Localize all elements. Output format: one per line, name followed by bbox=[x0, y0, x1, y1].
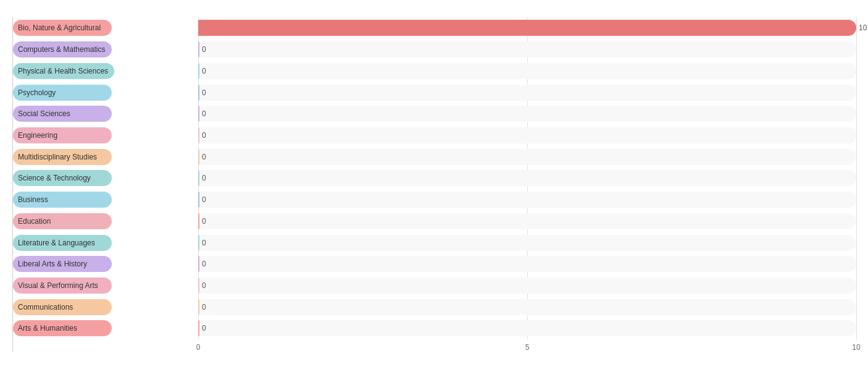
bar-value-label: 0 bbox=[202, 131, 206, 140]
bar-value-label: 0 bbox=[202, 88, 206, 97]
bar-label-pill: Science & Technology bbox=[13, 170, 112, 186]
bar-label-pill: Social Sciences bbox=[13, 106, 112, 122]
bar-fill bbox=[198, 299, 199, 315]
bar-fill bbox=[198, 85, 199, 101]
bar-background bbox=[198, 278, 856, 294]
bar-rows: Bio, Nature & Agricultural10Computers & … bbox=[13, 17, 856, 352]
bar-label-pill: Education bbox=[13, 213, 112, 229]
bar-background bbox=[198, 299, 856, 315]
bar-fill bbox=[198, 20, 856, 36]
bar-value-label: 0 bbox=[202, 174, 206, 182]
bar-background bbox=[198, 149, 856, 165]
bar-fill bbox=[198, 278, 199, 294]
bar-value-label: 0 bbox=[202, 153, 206, 161]
bar-row: Liberal Arts & History0 bbox=[13, 254, 856, 274]
bar-fill bbox=[198, 213, 199, 229]
bar-background bbox=[198, 256, 856, 272]
bar-background bbox=[198, 320, 856, 336]
bar-background bbox=[198, 127, 856, 143]
bar-value-label: 10 bbox=[859, 23, 867, 32]
bar-fill bbox=[198, 106, 199, 122]
bar-fill bbox=[198, 63, 199, 79]
bar-fill bbox=[198, 192, 199, 208]
bar-label-pill: Physical & Health Sciences bbox=[13, 63, 114, 79]
bar-value-label: 0 bbox=[202, 109, 206, 118]
bar-background bbox=[198, 235, 856, 251]
chart-container: Bio, Nature & Agricultural10Computers & … bbox=[0, 0, 868, 390]
bar-value-label: 0 bbox=[202, 217, 206, 226]
bar-value-label: 0 bbox=[202, 195, 206, 204]
bar-label-pill: Literature & Languages bbox=[13, 235, 112, 251]
bar-row: Arts & Humanities0 bbox=[13, 318, 856, 338]
bar-row: Literature & Languages0 bbox=[13, 233, 856, 253]
bar-value-label: 0 bbox=[202, 281, 206, 290]
bar-value-label: 0 bbox=[202, 303, 206, 312]
bar-label-pill: Engineering bbox=[13, 127, 112, 143]
bar-row: Communications0 bbox=[13, 297, 856, 317]
bar-fill bbox=[198, 320, 199, 336]
bar-row: Business0 bbox=[13, 190, 856, 210]
chart-area: Bio, Nature & Agricultural10Computers & … bbox=[12, 17, 856, 352]
bar-fill bbox=[198, 127, 199, 143]
bar-row: Visual & Performing Arts0 bbox=[13, 276, 856, 295]
bar-row: Engineering0 bbox=[13, 125, 856, 145]
bar-label-pill: Psychology bbox=[13, 85, 112, 101]
bar-row: Bio, Nature & Agricultural10 bbox=[13, 18, 856, 38]
bar-value-label: 0 bbox=[202, 260, 206, 268]
bar-label-pill: Arts & Humanities bbox=[13, 320, 112, 336]
bar-label-pill: Visual & Performing Arts bbox=[13, 278, 112, 294]
bar-value-label: 0 bbox=[202, 324, 206, 333]
bar-value-label: 0 bbox=[202, 239, 206, 247]
bar-background bbox=[198, 41, 856, 57]
bar-fill bbox=[198, 41, 199, 57]
bar-background bbox=[198, 192, 856, 208]
bar-label-pill: Computers & Mathematics bbox=[13, 41, 112, 57]
bar-label-pill: Liberal Arts & History bbox=[13, 256, 112, 272]
bar-value-label: 0 bbox=[202, 45, 206, 54]
bar-background bbox=[198, 213, 856, 229]
bar-label-pill: Multidisciplinary Studies bbox=[13, 149, 112, 165]
bar-row: Multidisciplinary Studies0 bbox=[13, 147, 856, 167]
bar-fill bbox=[198, 170, 199, 186]
bar-row: Computers & Mathematics0 bbox=[13, 40, 856, 59]
bar-fill bbox=[198, 256, 199, 272]
bar-label-pill: Communications bbox=[13, 299, 112, 315]
bar-background bbox=[198, 170, 856, 186]
bar-label-pill: Business bbox=[13, 192, 112, 208]
bar-value-label: 0 bbox=[202, 67, 206, 75]
grid-line bbox=[856, 17, 857, 339]
bar-background bbox=[198, 85, 856, 101]
bar-background bbox=[198, 106, 856, 122]
bar-row: Science & Technology0 bbox=[13, 168, 856, 188]
bar-row: Psychology0 bbox=[13, 83, 856, 103]
bar-row: Social Sciences0 bbox=[13, 104, 856, 124]
bar-fill bbox=[198, 149, 199, 165]
bar-label-pill: Bio, Nature & Agricultural bbox=[13, 20, 112, 36]
bars-section: Bio, Nature & Agricultural10Computers & … bbox=[12, 17, 856, 352]
bar-background bbox=[198, 63, 856, 79]
bar-row: Physical & Health Sciences0 bbox=[13, 61, 856, 81]
bar-fill bbox=[198, 235, 199, 251]
bar-row: Education0 bbox=[13, 211, 856, 231]
